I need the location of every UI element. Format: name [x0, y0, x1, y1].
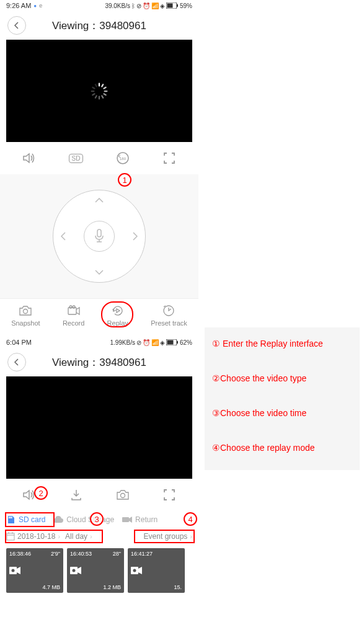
video-icon	[9, 567, 60, 574]
event-groups-picker[interactable]: Event groups ›	[144, 532, 192, 541]
mic-button[interactable]	[84, 221, 115, 252]
svg-rect-24	[177, 341, 178, 344]
video-controls: SD 180	[0, 142, 198, 174]
clip-duration: 2'9"	[51, 551, 60, 557]
cloud-tab[interactable]: Cloud Storage	[53, 515, 114, 524]
clip-item[interactable]: 16:38:462'9" 4.7 MB	[6, 548, 63, 593]
sdcard-tab[interactable]: SD card	[6, 515, 45, 525]
svg-rect-28	[10, 517, 11, 518]
record-icon	[67, 304, 81, 318]
ptz-dpad[interactable]	[53, 190, 146, 283]
svg-rect-25	[167, 340, 173, 345]
return-tab[interactable]: Return	[122, 515, 158, 524]
fullscreen-button[interactable]	[157, 149, 182, 167]
tab-label: Replay	[107, 319, 128, 327]
tab-label: Preset track	[151, 319, 187, 327]
preset-icon	[162, 304, 175, 318]
video-player[interactable]	[6, 40, 192, 142]
ptz-down-icon[interactable]	[95, 270, 104, 275]
alarm-icon: ⏰	[143, 339, 150, 346]
svg-rect-17	[97, 229, 101, 237]
chevron-right-icon: ›	[90, 533, 92, 540]
svg-rect-2	[167, 4, 172, 8]
video-icon	[131, 567, 182, 574]
clip-time: 16:38:46	[9, 551, 31, 557]
annotation-badge-4: 4	[184, 512, 197, 526]
video-player[interactable]	[6, 376, 192, 479]
clip-item[interactable]: 16:40:5328" 1.2 MB	[67, 548, 124, 593]
dnd-icon: ⊘	[136, 2, 141, 9]
download-button[interactable]	[64, 486, 89, 504]
svg-rect-19	[68, 308, 76, 314]
ptz-right-icon[interactable]	[133, 232, 138, 241]
svg-rect-14	[94, 83, 97, 87]
status-time: 6:04 PM	[6, 339, 32, 346]
page-title: Viewing：39480961	[7, 355, 191, 370]
tab-label: Snapshot	[11, 319, 40, 327]
svg-rect-31	[7, 533, 14, 540]
status-speed: 39.0KB/s	[105, 2, 130, 9]
svg-rect-7	[103, 92, 107, 95]
clip-time: 16:41:27	[131, 551, 153, 557]
status-dot: ●	[33, 3, 37, 9]
instruction-4: ④Choose the replay mode	[212, 443, 352, 453]
volume-button[interactable]	[17, 149, 42, 167]
svg-text:180: 180	[119, 157, 126, 161]
clip-size: 1.2 MB	[70, 584, 121, 590]
svg-rect-29	[11, 517, 12, 518]
svg-rect-3	[99, 82, 100, 86]
svg-point-18	[24, 309, 28, 314]
allday-label: All day	[65, 532, 87, 541]
ptz-up-icon[interactable]	[95, 198, 104, 203]
battery-pct: 62%	[180, 339, 192, 346]
loading-spinner	[90, 82, 109, 100]
date-value: 2018-10-18	[17, 532, 55, 541]
svg-rect-13	[92, 86, 95, 89]
page-title: Viewing：39480961	[7, 19, 191, 33]
alarm-icon: ⏰	[143, 2, 150, 9]
svg-point-26	[120, 494, 125, 498]
tab-record[interactable]: Record	[63, 304, 84, 327]
tab-snapshot[interactable]: Snapshot	[11, 304, 40, 327]
fullscreen-button[interactable]	[157, 486, 182, 504]
svg-point-36	[12, 569, 15, 572]
instruction-2: ②Choose the video type	[212, 373, 352, 383]
clip-size: 15.	[131, 584, 182, 590]
svg-rect-4	[101, 83, 104, 87]
dnd-icon: ⊘	[136, 339, 141, 346]
calendar-icon	[6, 532, 15, 541]
tab-replay[interactable]: Replay	[107, 304, 128, 327]
flip-button[interactable]: 180	[110, 149, 135, 167]
signal-icon: 📶	[151, 339, 159, 346]
storage-tabs: SD card Cloud Storage Return 3 4	[0, 511, 198, 528]
clip-time: 16:40:53	[70, 551, 92, 557]
header: Viewing：39480961	[0, 11, 198, 40]
date-picker[interactable]: 2018-10-18 ›	[6, 532, 60, 541]
tab-label: Record	[63, 319, 84, 327]
snapshot-button[interactable]	[110, 486, 135, 504]
battery-icon	[166, 339, 179, 345]
header: Viewing：39480961	[0, 348, 198, 376]
video-controls: 2	[0, 479, 198, 511]
return-icon	[122, 516, 133, 523]
svg-rect-10	[94, 94, 97, 98]
instruction-3: ③Choose the video time	[212, 408, 352, 418]
sd-button[interactable]: SD	[64, 149, 89, 167]
svg-point-40	[133, 569, 136, 572]
return-label: Return	[135, 515, 158, 524]
signal-icon: 📶	[151, 2, 159, 9]
ptz-left-icon[interactable]	[61, 232, 66, 241]
svg-rect-12	[91, 90, 95, 91]
camera-icon	[19, 304, 32, 318]
svg-point-38	[73, 569, 76, 572]
replay-icon	[111, 304, 125, 318]
sdcard-icon	[6, 515, 16, 525]
clip-item[interactable]: 16:41:27 15.	[128, 548, 185, 593]
video-icon	[70, 567, 121, 574]
battery-icon	[166, 2, 179, 9]
annotation-badge-1: 1	[118, 173, 131, 187]
time-range-picker[interactable]: All day ›	[65, 532, 92, 541]
bluetooth-icon: ᛒ	[131, 2, 135, 9]
tab-preset-track[interactable]: Preset track	[151, 304, 187, 327]
screen-replay-view: 6:04 PM 1.99KB/s ⊘ ⏰ 📶 ◈ 62% Viewing：394…	[0, 337, 198, 635]
